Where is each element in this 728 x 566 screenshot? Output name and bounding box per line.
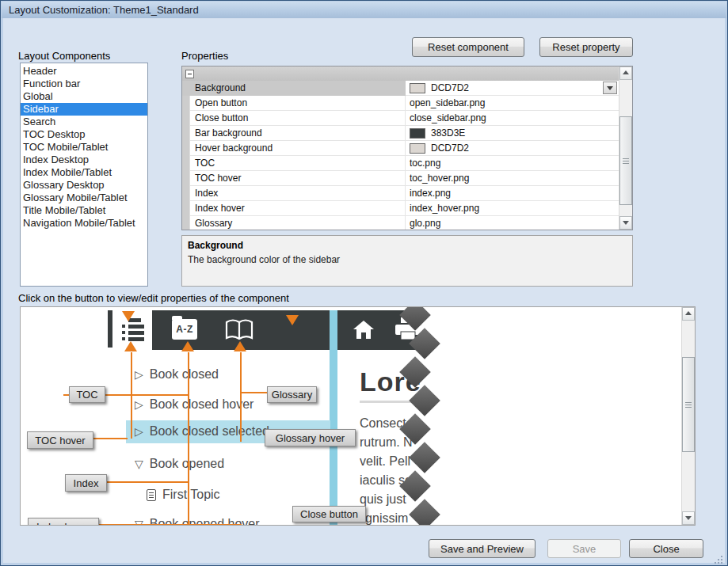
component-list-item[interactable]: TOC Mobile/Tablet: [21, 141, 147, 154]
property-row[interactable]: Hover backgroundDCD7D2: [182, 141, 619, 156]
description-text: The background color of the sidebar: [188, 254, 627, 265]
property-value: index_hover.png: [406, 201, 619, 216]
property-name: Index: [190, 186, 406, 201]
component-list-item[interactable]: Search: [21, 116, 147, 128]
book-triangle-icon: ▷: [135, 425, 143, 438]
property-value: DCD7D2: [406, 81, 619, 96]
property-row[interactable]: Open buttonopen_sidebar.png: [182, 96, 619, 111]
property-row[interactable]: Index hoverindex_hover.png: [182, 201, 619, 216]
book-triangle-icon: ▽: [135, 458, 143, 470]
annotation-line: [93, 438, 128, 439]
component-list-item[interactable]: Title Mobile/Tablet: [21, 204, 147, 217]
callout-close-button-button[interactable]: Close button: [292, 506, 366, 522]
property-name: Bar background: [190, 126, 406, 141]
property-value: open_sidebar.png: [406, 96, 619, 111]
property-name: Background: [190, 81, 406, 96]
annotation-line: [240, 352, 242, 442]
row-gutter: [182, 111, 190, 126]
callout-toc-hover-button[interactable]: TOC hover: [27, 431, 93, 449]
property-value: index.png: [406, 186, 619, 201]
property-name: Open button: [190, 96, 406, 111]
annotation-arrow-down-icon: [122, 311, 135, 321]
callout-glossary-hover-button[interactable]: Glossary hover: [265, 429, 356, 446]
scroll-down-icon[interactable]: [682, 511, 695, 525]
scroll-up-icon[interactable]: [682, 307, 695, 321]
callout-glossary-button[interactable]: Glossary: [267, 386, 317, 403]
component-list-item[interactable]: TOC Desktop: [21, 128, 147, 141]
property-row[interactable]: Glossaryglo.png: [182, 216, 619, 230]
property-name: TOC: [190, 156, 406, 171]
annotation-line: [242, 392, 268, 393]
property-value: toc.png: [406, 156, 619, 171]
row-gutter: [182, 156, 190, 171]
component-list-item[interactable]: Glossary Mobile/Tablet: [21, 192, 147, 204]
property-row[interactable]: Bar background383D3E: [182, 126, 619, 141]
collapse-icon[interactable]: [185, 70, 194, 78]
annotation-arrow-up-icon: [181, 341, 194, 351]
component-list-item[interactable]: Glossary Desktop: [21, 179, 147, 192]
window-title-bar[interactable]: Layout Customization: Theme1_Standard: [2, 2, 726, 18]
scroll-up-icon[interactable]: [619, 66, 632, 80]
color-swatch-icon: [410, 143, 425, 154]
topic-doc-icon: [147, 489, 156, 501]
property-grid-category-row: [182, 66, 619, 81]
component-list-item[interactable]: Navigation Mobile/Tablet: [21, 217, 147, 230]
scrollbar-thumb[interactable]: [619, 116, 632, 205]
annotation-line: [107, 481, 189, 483]
annotation-line: [188, 352, 189, 525]
component-list-item[interactable]: Header: [21, 65, 147, 78]
description-title: Background: [188, 240, 627, 251]
window-title: Layout Customization: Theme1_Standard: [9, 4, 199, 16]
component-list[interactable]: HeaderFunction barGlobalSidebarSearchTOC…: [20, 63, 148, 287]
component-list-item[interactable]: Global: [21, 90, 147, 103]
property-value: toc_hover.png: [406, 171, 619, 186]
layout-customization-dialog: Layout Customization: Theme1_Standard La…: [0, 0, 728, 566]
property-description-panel: Background The background color of the s…: [181, 235, 633, 287]
component-list-item[interactable]: Index Mobile/Tablet: [21, 166, 147, 179]
glossary-az-icon[interactable]: A-Z: [172, 319, 197, 340]
property-grid: BackgroundDCD7D2Open buttonopen_sidebar.…: [181, 66, 633, 230]
preview-tree-item: ▷Book closed selected: [135, 424, 269, 439]
color-swatch-icon: [410, 128, 425, 139]
preview-tree-item: First Topic: [147, 488, 220, 502]
property-grid-scrollbar[interactable]: [619, 66, 632, 230]
property-name: Index hover: [190, 201, 406, 216]
row-gutter: [182, 141, 190, 156]
property-value: glo.png: [406, 216, 619, 230]
sidebar-divider-bar: [330, 310, 337, 525]
resize-grip[interactable]: [715, 556, 716, 557]
callout-toc-button[interactable]: TOC: [69, 386, 105, 403]
reset-property-button[interactable]: Reset property: [539, 37, 633, 57]
property-row[interactable]: Close buttonclose_sidebar.png: [182, 111, 619, 126]
properties-label: Properties: [181, 50, 228, 62]
scroll-down-icon[interactable]: [619, 216, 632, 230]
close-button[interactable]: Close: [629, 539, 703, 558]
scrollbar-thumb[interactable]: [682, 357, 695, 452]
callout-index-hover-button[interactable]: Index hover: [28, 518, 99, 526]
book-triangle-icon: ▷: [135, 368, 143, 381]
annotation-arrow-up-icon: [234, 341, 246, 351]
property-value: 383D3E: [406, 126, 619, 141]
annotation-line: [99, 524, 242, 526]
color-swatch-icon: [410, 83, 425, 93]
preview-scrollbar[interactable]: [681, 307, 695, 525]
save-button[interactable]: Save: [547, 539, 621, 558]
save-and-preview-button[interactable]: Save and Preview: [429, 539, 536, 558]
reset-component-button[interactable]: Reset component: [412, 37, 524, 57]
property-row[interactable]: TOCtoc.png: [182, 156, 619, 171]
component-list-item[interactable]: Sidebar: [21, 103, 147, 116]
property-row[interactable]: TOC hovertoc_hover.png: [182, 171, 619, 186]
property-row[interactable]: Indexindex.png: [182, 186, 619, 201]
value-dropdown-button[interactable]: [603, 82, 617, 94]
row-gutter: [182, 186, 190, 201]
annotation-line: [105, 394, 189, 396]
component-list-item[interactable]: Index Desktop: [21, 154, 147, 166]
property-row[interactable]: BackgroundDCD7D2: [182, 81, 619, 96]
annotation-arrow-up-icon: [124, 341, 137, 351]
property-name: TOC hover: [190, 171, 406, 186]
row-gutter: [182, 81, 190, 96]
component-list-item[interactable]: Function bar: [21, 78, 147, 90]
callout-index-button[interactable]: Index: [65, 474, 107, 492]
index-book-icon[interactable]: [225, 318, 253, 342]
row-gutter: [182, 171, 190, 186]
